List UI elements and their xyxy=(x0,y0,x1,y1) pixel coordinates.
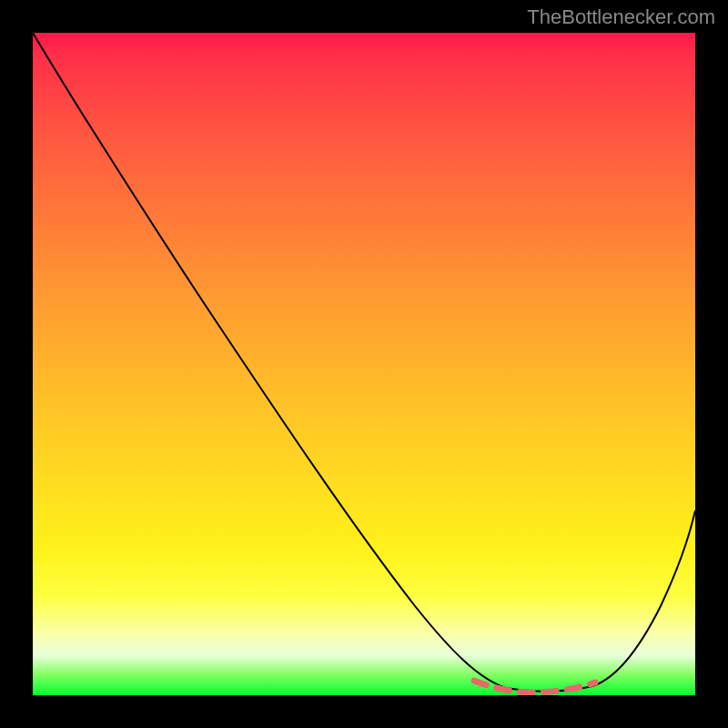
bottleneck-curve-path xyxy=(33,33,695,692)
chart-plot-area xyxy=(33,33,695,695)
attribution-text: TheBottlenecker.com xyxy=(527,5,715,29)
chart-svg xyxy=(33,33,695,695)
